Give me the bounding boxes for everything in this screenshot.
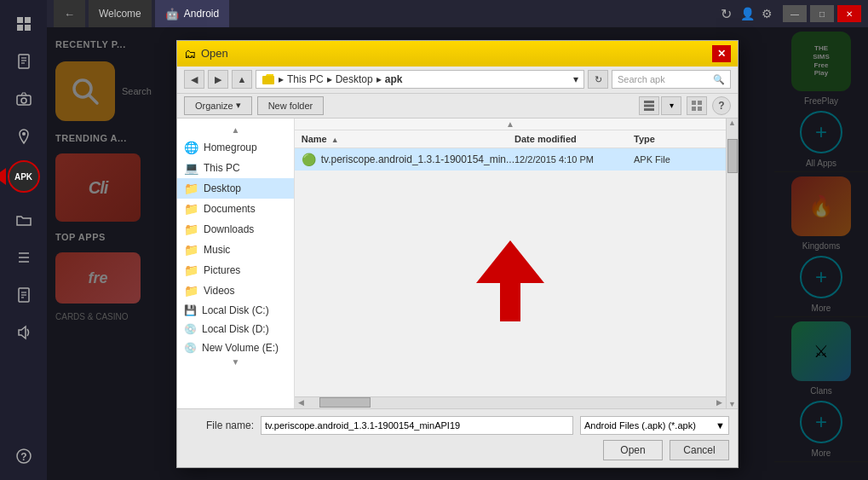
svg-rect-24 [644,101,654,103]
scroll-down-button[interactable]: ▼ [728,400,736,408]
col-name-header[interactable]: Name ▲ [302,134,514,144]
organize-button[interactable]: Organize ▾ [184,96,252,115]
documents-label: Documents [204,203,256,215]
sidebar-new-volume-e[interactable]: 💿 New Volume (E:) [177,338,294,357]
filetype-dropdown[interactable]: Android Files (.apk) (*.apk) ▼ [580,416,729,435]
help-icon[interactable]: ? [7,439,41,473]
filename-input[interactable] [261,416,573,435]
h-scrollbar-thumb[interactable] [319,397,371,408]
open-button[interactable]: Open [603,440,663,460]
grid-icon[interactable] [7,7,41,41]
sidebar-scroll-up[interactable]: ▲ [177,125,294,137]
col-type-header[interactable]: Type [634,134,719,144]
apk-label: APK [14,172,32,182]
user-icon[interactable]: 👤 [740,7,755,20]
videos-folder-icon: 📁 [184,284,198,298]
v-scrollbar-thumb[interactable] [727,139,738,173]
breadcrumb-bar[interactable]: ▸ This PC ▸ Desktop ▸ apk ▾ [256,70,584,89]
dialog-content: ▲ 🌐 Homegroup 💻 This PC 📁 Desktop [177,119,738,408]
document-icon[interactable] [7,278,41,312]
svg-rect-0 [17,17,23,23]
main-content: ← Welcome 🤖 Android ↻ 👤 ⚙ — □ ✕ RECENTLY… [47,0,868,480]
notebook-icon[interactable] [7,44,41,78]
view-large-icons-button[interactable] [687,96,707,115]
file-scroll-up[interactable]: ▲ [295,119,726,130]
file-list-header: Name ▲ Date modified Type [295,130,726,148]
disk-d-icon: 💿 [184,323,197,335]
local-disk-d-label: Local Disk (D:) [202,323,269,335]
view-details-button[interactable] [639,96,659,115]
sidebar-this-pc[interactable]: 💻 This PC [177,158,294,178]
apk-button[interactable]: APK [8,160,40,193]
refresh-nav-button[interactable]: ↻ [588,70,608,89]
dialog-search-box[interactable]: Search apk 🔍 [612,70,731,89]
dialog-close-button[interactable]: ✕ [712,45,731,62]
gear-icon[interactable]: ⚙ [762,7,773,20]
svg-point-9 [21,98,26,103]
android-tab-label: Android [184,8,219,20]
tab-android[interactable]: 🤖 Android [155,0,229,27]
horizontal-scrollbar[interactable]: ◀ ▶ [295,396,726,408]
filetype-dropdown-arrow: ▼ [716,420,725,431]
file-row[interactable]: 🟢 tv.periscope.android_1.3.1-1900154_min… [295,148,726,171]
sidebar-desktop[interactable]: 📁 Desktop [177,178,294,199]
downloads-label: Downloads [204,223,254,235]
filetype-value: Android Files (.apk) (*.apk) [584,420,696,431]
content-area: RECENTLY P... Search TRENDING A... Cli T… [47,27,868,480]
dialog-search-placeholder: Search apk [618,74,710,84]
sidebar-videos[interactable]: 📁 Videos [177,280,294,301]
scroll-up-button[interactable]: ▲ [728,119,736,127]
sidebar-documents[interactable]: 📁 Documents [177,199,294,219]
camera-icon[interactable] [7,82,41,116]
folder-icon[interactable] [7,203,41,237]
col-date-header[interactable]: Date modified [514,134,634,144]
speaker-icon[interactable] [7,315,41,350]
tab-back[interactable]: ← [54,0,85,27]
music-label: Music [204,244,230,256]
minimize-button[interactable]: — [783,5,807,22]
tab-welcome[interactable]: Welcome [89,0,152,27]
list-icon[interactable] [7,240,41,275]
sidebar-local-disk-c[interactable]: 💾 Local Disk (C:) [177,301,294,320]
maximize-button[interactable]: □ [810,5,834,22]
svg-rect-4 [19,55,29,68]
sidebar-pictures[interactable]: 📁 Pictures [177,260,294,280]
forward-nav-button[interactable]: ▶ [208,70,228,89]
sidebar-music[interactable]: 📁 Music [177,240,294,260]
up-nav-button[interactable]: ▲ [232,70,252,89]
sidebar-downloads[interactable]: 📁 Downloads [177,219,294,240]
svg-rect-25 [644,104,654,107]
location-icon[interactable] [7,119,41,153]
help-button[interactable]: ? [712,96,731,115]
sidebar-local-disk-d[interactable]: 💿 Local Disk (D:) [177,320,294,338]
refresh-icon[interactable]: ↻ [721,6,732,22]
vertical-scrollbar[interactable]: ▲ ▼ [726,119,738,408]
sidebar-scroll-down[interactable]: ▼ [177,357,294,369]
svg-rect-30 [698,107,702,111]
sidebar-homegroup[interactable]: 🌐 Homegroup [177,137,294,158]
close-button[interactable]: ✕ [837,5,861,22]
new-folder-button[interactable]: New folder [257,96,325,115]
new-volume-e-label: New Volume (E:) [202,342,279,354]
back-arrow-icon: ← [64,8,75,20]
scroll-right-button[interactable]: ▶ [713,398,726,407]
cancel-button[interactable]: Cancel [670,440,729,460]
apk-file-icon: 🟢 [302,153,316,166]
apk-arrow-icon [0,168,6,185]
scroll-left-button[interactable]: ◀ [295,398,308,407]
dialog-search-icon: 🔍 [713,74,725,85]
dialog-toolbar: ◀ ▶ ▲ ▸ This PC ▸ Desktop ▸ ap [177,67,738,94]
dialog-titlebar: 🗂 Open ✕ [177,41,738,67]
svg-marker-18 [19,327,26,338]
pictures-folder-icon: 📁 [184,263,198,277]
file-list-container: ▲ Name ▲ Date modified Type [295,119,738,408]
back-nav-button[interactable]: ◀ [184,70,204,89]
local-disk-c-label: Local Disk (C:) [202,304,269,316]
videos-label: Videos [204,285,234,297]
desktop-label: Desktop [204,182,241,194]
downloads-folder-icon: 📁 [184,223,198,236]
dialog-overlay: 🗂 Open ✕ ◀ ▶ ▲ ▸ [47,27,868,480]
file-name-cell: tv.periscope.android_1.3.1-1900154_min..… [321,153,514,165]
filename-label: File name: [186,419,254,431]
view-toggle-button[interactable]: ▾ [661,96,681,115]
